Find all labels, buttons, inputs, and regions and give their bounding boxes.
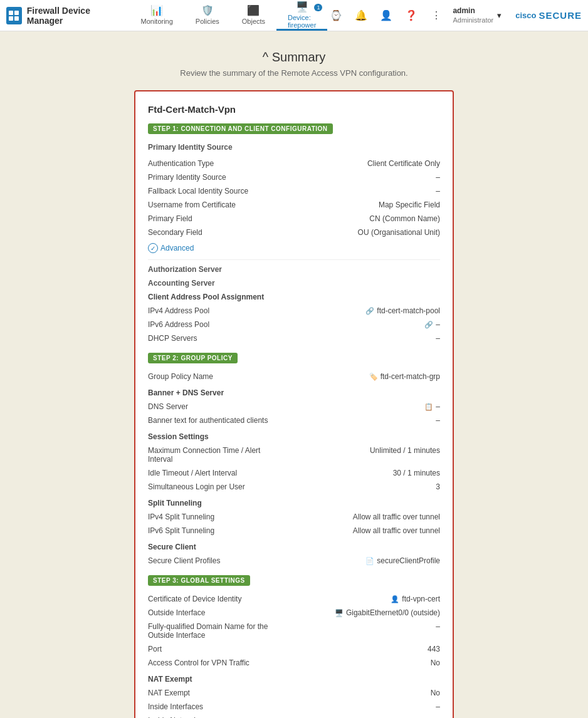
field-dhcp-value: – — [197, 334, 440, 343]
step1-primary-id-label: Primary Identity Source — [148, 143, 440, 152]
field-primary-field-value: CN (Common Name) — [192, 214, 440, 223]
field-dhcp: DHCP Servers – — [148, 331, 440, 345]
field-dhcp-label: DHCP Servers — [148, 334, 197, 343]
nav-monitoring-label: Monitoring — [141, 18, 173, 25]
field-username-cert-label: Username from Certificate — [148, 200, 236, 209]
field-fqdn-value: – — [286, 622, 440, 631]
user-dropdown-icon: ▾ — [497, 11, 501, 20]
user-button[interactable]: 👤 — [377, 6, 395, 24]
field-secondary-field-value: OU (Organisational Unit) — [202, 228, 440, 237]
terminal-button[interactable]: ⌚ — [327, 6, 345, 24]
field-outside-iface-value: 🖥️ GigabitEthernet0/0 (outside) — [205, 608, 440, 617]
nav-policies-label: Policies — [196, 18, 219, 25]
field-nat-exempt-value: No — [190, 689, 440, 697]
field-banner-value: – — [268, 416, 440, 425]
device-badge: 1 — [314, 4, 322, 11]
field-idle-timeout-value: 30 / 1 minutes — [237, 469, 440, 477]
nav-device[interactable]: 1 🖥️ Device: firepower — [276, 0, 327, 31]
session-label: Session Settings — [148, 432, 440, 441]
nav-objects-label: Objects — [242, 18, 265, 25]
field-username-cert-value: Map Specific Field — [236, 200, 440, 209]
field-sc-profiles-label: Secure Client Profiles — [148, 556, 220, 565]
field-inside-ifaces-label: Inside Interfaces — [148, 702, 203, 711]
field-outside-iface-label: Outside Interface — [148, 608, 205, 617]
user-name: admin — [453, 6, 493, 16]
svg-rect-2 — [9, 16, 13, 21]
step3-badge: STEP 3: GLOBAL SETTINGS — [148, 575, 250, 586]
field-cert-identity: Certificate of Device Identity 👤 ftd-vpn… — [148, 592, 440, 606]
advanced-check-icon: ✓ — [148, 243, 158, 253]
main-nav: 📊 Monitoring 🛡️ Policies ⬛ Objects 1 🖥️ … — [130, 0, 328, 31]
field-ipv4-pool: IPv4 Address Pool 🔗 ftd-cert-match-pool — [148, 304, 440, 318]
page-title: ^ Summary — [263, 50, 326, 65]
group-policy-icon: 🏷️ — [369, 373, 378, 381]
field-cert-identity-value: 👤 ftd-vpn-cert — [241, 595, 440, 603]
secure-client-label: Secure Client — [148, 543, 440, 551]
user-info[interactable]: admin Administrator ▾ — [453, 6, 501, 25]
field-username-cert: Username from Certificate Map Specific F… — [148, 198, 440, 212]
objects-icon: ⬛ — [247, 4, 260, 16]
page-subtitle: Review the summary of the Remote Access … — [180, 68, 407, 78]
field-sim-login-label: Simultaneous Login per User — [148, 482, 245, 491]
svg-rect-1 — [14, 11, 19, 15]
monitoring-icon: 📊 — [150, 4, 163, 16]
field-fallback-id-value: – — [248, 187, 440, 195]
field-group-policy: Group Policy Name 🏷️ ftd-cert-match-grp — [148, 370, 440, 383]
cisco-brand: cisco SECURE — [515, 10, 582, 21]
accounting-server-label: Accounting Server — [148, 279, 440, 288]
ipv6-pool-icon: 🔗 — [424, 321, 433, 329]
advanced-link[interactable]: ✓ Advanced — [148, 243, 440, 253]
secure-label: SECURE — [538, 10, 582, 21]
svg-rect-3 — [14, 16, 19, 21]
policies-icon: 🛡️ — [201, 4, 214, 16]
field-idle-timeout-label: Idle Timeout / Alert Interval — [148, 469, 237, 477]
field-outside-iface: Outside Interface 🖥️ GigabitEthernet0/0 … — [148, 606, 440, 620]
field-group-policy-label: Group Policy Name — [148, 372, 213, 381]
app-header: Firewall Device Manager 📊 Monitoring 🛡️ … — [0, 0, 588, 31]
field-ipv4-split-label: IPv4 Split Tunneling — [148, 512, 214, 521]
cert-icon: 👤 — [391, 595, 399, 603]
app-title: Firewall Device Manager — [27, 6, 117, 26]
field-idle-timeout: Idle Timeout / Alert Interval 30 / 1 min… — [148, 466, 440, 480]
header-actions: ⌚ 🔔 👤 ❓ ⋮ admin Administrator ▾ cisco SE… — [327, 6, 582, 25]
notifications-button[interactable]: 🔔 — [352, 6, 370, 24]
more-button[interactable]: ⋮ — [428, 6, 445, 24]
field-fallback-id-label: Fallback Local Identity Source — [148, 187, 248, 195]
main-content: ^ Summary Review the summary of the Remo… — [0, 31, 588, 718]
nav-objects[interactable]: ⬛ Objects — [231, 0, 276, 31]
client-address-label: Client Address Pool Assignment — [148, 293, 440, 301]
field-max-conn: Maximum Connection Time / Alert Interval… — [148, 444, 440, 466]
field-access-control-value: No — [249, 658, 440, 667]
field-sc-profiles: Secure Client Profiles 📄 secureClientPro… — [148, 554, 440, 568]
field-inside-ifaces: Inside Interfaces – — [148, 700, 440, 714]
authorization-server-label: Authorization Server — [148, 265, 440, 274]
field-ipv6-pool-value: 🔗 – — [209, 320, 440, 329]
field-dns-value: 📋 – — [188, 402, 440, 411]
field-group-policy-value: 🏷️ ftd-cert-match-grp — [213, 372, 440, 381]
field-banner: Banner text for authenticated clients – — [148, 414, 440, 427]
field-port-label: Port — [148, 645, 162, 653]
step1-badge: STEP 1: CONNECTION AND CLIENT CONFIGURAT… — [148, 123, 333, 134]
field-ipv4-pool-value: 🔗 ftd-cert-match-pool — [209, 306, 440, 315]
field-auth-type: Authentication Type Client Certificate O… — [148, 157, 440, 170]
sc-profile-icon: 📄 — [365, 557, 374, 565]
field-ipv4-split: IPv4 Split Tunneling Allow all traffic o… — [148, 510, 440, 524]
nav-monitoring[interactable]: 📊 Monitoring — [130, 0, 184, 31]
field-port-value: 443 — [162, 645, 440, 653]
cisco-logo: cisco — [515, 11, 536, 20]
field-ipv6-pool-label: IPv6 Address Pool — [148, 320, 209, 329]
ipv4-pool-icon: 🔗 — [365, 307, 374, 315]
help-button[interactable]: ❓ — [402, 6, 420, 24]
field-nat-exempt-label: NAT Exempt — [148, 689, 190, 697]
field-auth-type-label: Authentication Type — [148, 159, 214, 168]
field-dns: DNS Server 📋 – — [148, 400, 440, 414]
field-primary-field: Primary Field CN (Common Name) — [148, 212, 440, 226]
field-ipv6-split: IPv6 Split Tunneling Allow all traffic o… — [148, 524, 440, 538]
svg-rect-0 — [9, 11, 13, 15]
field-max-conn-value: Unlimited / 1 minutes — [286, 446, 440, 455]
summary-card: Ftd-Cert-Match-Vpn STEP 1: CONNECTION AN… — [134, 90, 454, 718]
nav-policies[interactable]: 🛡️ Policies — [184, 0, 231, 31]
field-ipv4-pool-label: IPv4 Address Pool — [148, 306, 209, 315]
field-secondary-field-label: Secondary Field — [148, 228, 202, 237]
field-ipv6-split-label: IPv6 Split Tunneling — [148, 526, 214, 535]
